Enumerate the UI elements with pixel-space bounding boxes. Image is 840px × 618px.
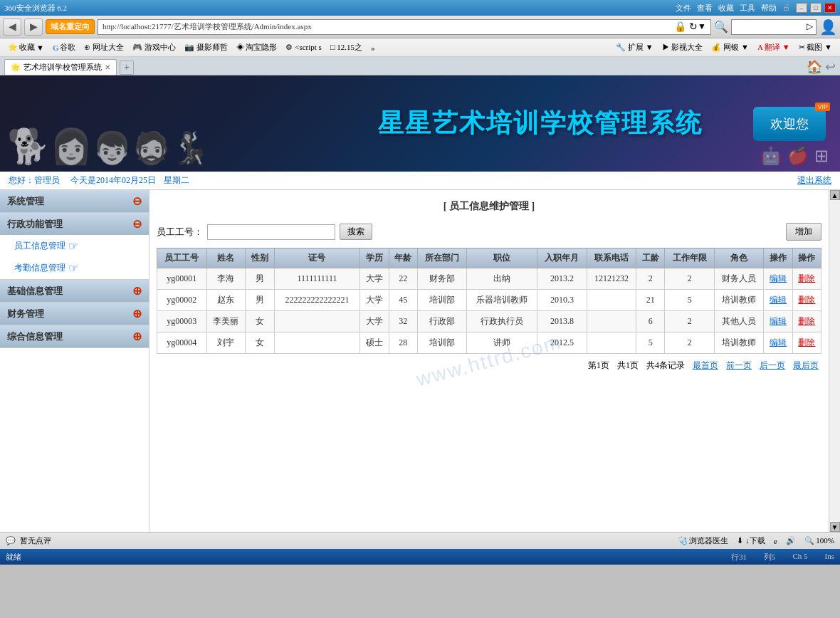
delete-link[interactable]: 删除 <box>798 316 815 326</box>
table-cell: yg00002 <box>157 290 207 311</box>
delete-link[interactable]: 删除 <box>798 295 815 305</box>
edit-link[interactable]: 编辑 <box>770 273 787 283</box>
search-button[interactable]: 搜索 <box>340 224 372 240</box>
table-cell: 刘宇 <box>206 332 246 354</box>
redirect-badge[interactable]: 域名重定向 <box>46 19 95 34</box>
menu-tools[interactable]: 工具 <box>740 3 755 14</box>
table-cell <box>587 290 636 311</box>
menu-view[interactable]: 查看 <box>697 3 713 14</box>
sidebar-group-basic-header[interactable]: 基础信息管理 ⊕ <box>0 280 149 302</box>
scroll-down[interactable]: ▼ <box>830 522 840 532</box>
sidebar-group-comprehensive-icon: ⊕ <box>132 330 142 343</box>
menu-favorites[interactable]: 收藏 <box>718 3 734 14</box>
ie-icon: e <box>774 537 777 545</box>
edit-link[interactable]: 编辑 <box>770 295 787 305</box>
active-tab[interactable]: 🌟 艺术培训学校管理系统 ✕ <box>4 59 117 75</box>
browser-doctor[interactable]: 🩺 浏览器医生 <box>678 535 729 546</box>
main-layout: 系统管理 ⊖ 行政功能管理 ⊖ 员工信息管理 ☞ 考勤信息管理 ☞ 基础信息管理… <box>0 190 840 532</box>
table-cell: 2 <box>636 268 665 290</box>
page-current: 第1页 <box>588 360 609 370</box>
menu-separator: 🖨 <box>782 3 790 14</box>
bm-more[interactable]: » <box>367 42 379 53</box>
menu-help[interactable]: 帮助 <box>761 3 777 14</box>
logout-link[interactable]: 退出系统 <box>797 174 831 187</box>
download-status[interactable]: ⬇ ↓下载 <box>737 535 765 546</box>
apple-icon: 🍎 <box>787 146 809 166</box>
table-cell: 21 <box>636 290 665 311</box>
tab-close-button[interactable]: ✕ <box>105 63 110 71</box>
sidebar-group-system-icon: ⊖ <box>132 194 142 208</box>
bm-photo[interactable]: 📷 摄影师哲 <box>181 41 231 54</box>
maximize-button[interactable]: □ <box>810 3 821 13</box>
scrollbar[interactable]: ▲ ▼ <box>829 190 840 532</box>
table-cell: 李海 <box>206 268 246 290</box>
add-employee-button[interactable]: 增加 <box>786 223 821 241</box>
taskbar-status: 就绪 <box>6 552 731 562</box>
bm-bank[interactable]: 💰 网银 ▼ <box>708 41 752 54</box>
new-tab-button[interactable]: + <box>120 61 134 75</box>
employee-id-search-input[interactable] <box>207 224 335 240</box>
bm-script[interactable]: ⚙ <script s <box>282 41 325 53</box>
sidebar-item-attendance[interactable]: 考勤信息管理 ☞ <box>0 257 149 279</box>
sidebar-group-system-header[interactable]: 系统管理 ⊖ <box>0 190 149 212</box>
page-next-link[interactable]: 后一页 <box>760 360 785 370</box>
back-button[interactable]: ◀ <box>3 19 21 36</box>
bm-extend[interactable]: 🔧 扩展 ▼ <box>612 41 656 54</box>
welcome-button[interactable]: 欢迎您 VIP <box>753 107 826 141</box>
back-history-button[interactable]: ↩ <box>825 59 836 75</box>
search-row: 员工工号： 搜索 增加 <box>157 223 821 241</box>
browser-search-input[interactable] <box>735 23 807 31</box>
refresh-icon[interactable]: ↻ <box>689 21 698 33</box>
delete-link[interactable]: 删除 <box>798 273 815 283</box>
table-cell: 培训教师 <box>714 290 764 311</box>
bm-taobao[interactable]: ◈ 淘宝隐形 <box>233 41 281 54</box>
zoom-status: 🔍 100% <box>804 536 834 545</box>
minimize-button[interactable]: – <box>796 3 807 13</box>
os-icons: 🤖 🍎 ⊞ <box>760 146 829 166</box>
sidebar-group-comprehensive: 综合信息管理 ⊕ <box>0 325 149 348</box>
browser-search-bar[interactable]: ▷ <box>731 19 817 35</box>
table-cell: 乐器培训教师 <box>467 290 537 311</box>
page-prev-link[interactable]: 前一页 <box>726 360 752 370</box>
address-bar[interactable]: http://localhost:21777/艺术培训学校管理系统/Admin/… <box>98 19 711 35</box>
delete-link[interactable]: 删除 <box>798 337 815 347</box>
bm-nav[interactable]: ⊕ 网址大全 <box>80 41 127 54</box>
table-cell: 大学 <box>360 268 389 290</box>
sidebar-group-admin-header[interactable]: 行政功能管理 ⊖ <box>0 213 149 235</box>
bm-screenshot[interactable]: ✂ 截图 ▼ <box>795 41 836 54</box>
sidebar-item-employee[interactable]: 员工信息管理 ☞ <box>0 235 149 257</box>
tab-bar: 🌟 艺术培训学校管理系统 ✕ + 🏠 ↩ <box>0 57 840 75</box>
edit-cell: 编辑 <box>764 268 792 290</box>
menu-file[interactable]: 文件 <box>676 3 691 14</box>
search-go-icon[interactable]: ▷ <box>807 21 813 32</box>
edit-link[interactable]: 编辑 <box>770 316 787 326</box>
col-op2: 操作 <box>792 248 821 268</box>
bm-video[interactable]: ▶ 影视大全 <box>658 41 707 54</box>
search-left: 员工工号： 搜索 <box>157 224 372 240</box>
home-button[interactable]: 🏠 <box>807 59 822 75</box>
scroll-up[interactable]: ▲ <box>830 190 840 200</box>
search-icon: 🔍 <box>714 20 728 33</box>
col-op1: 操作 <box>764 248 792 268</box>
dropdown-icon[interactable]: ▼ <box>698 21 706 32</box>
sidebar-group-comprehensive-header[interactable]: 综合信息管理 ⊕ <box>0 325 149 347</box>
table-cell: 2013.2 <box>537 268 587 290</box>
comment-icon: 💬 <box>6 536 16 545</box>
page-last-link[interactable]: 最后页 <box>793 360 819 370</box>
close-button[interactable]: ✕ <box>824 3 836 13</box>
bm-1215[interactable]: □ 12.15之 <box>327 41 366 54</box>
col-id: 员工工号 <box>157 248 207 268</box>
page-header: 🐕 👩 👦 🧔 💃 星星艺术培训学校管理系统 欢迎您 VIP 🤖 🍎 ⊞ <box>0 75 840 172</box>
cartoon-girl2: 💃 <box>171 130 210 167</box>
bm-favorites[interactable]: ⭐ 收藏 ▼ <box>4 41 48 54</box>
address-text: http://localhost:21777/艺术培训学校管理系统/Admin/… <box>103 21 674 32</box>
edit-link[interactable]: 编辑 <box>770 337 787 347</box>
taskbar-right: 行31 列5 Ch 5 Ins <box>731 552 834 562</box>
sidebar: 系统管理 ⊖ 行政功能管理 ⊖ 员工信息管理 ☞ 考勤信息管理 ☞ 基础信息管理… <box>0 190 149 532</box>
bm-games[interactable]: 🎮 游戏中心 <box>129 41 179 54</box>
bm-translate[interactable]: A 翻译 ▼ <box>754 41 794 54</box>
page-first-link[interactable]: 最首页 <box>693 360 718 370</box>
forward-button[interactable]: ▶ <box>24 19 43 36</box>
bm-google[interactable]: G 谷歌 <box>49 41 80 54</box>
sidebar-group-finance-header[interactable]: 财务管理 ⊕ <box>0 303 149 325</box>
